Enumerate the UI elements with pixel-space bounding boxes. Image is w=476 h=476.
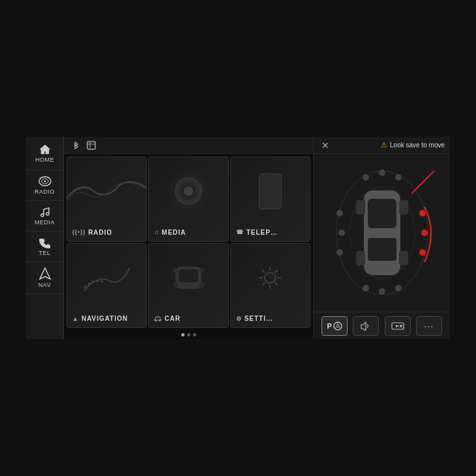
- tile-radio[interactable]: ((•)) RADIO: [67, 156, 147, 242]
- overhead-view-svg: [330, 161, 434, 305]
- svg-rect-43: [399, 251, 408, 265]
- dot-2: [187, 333, 190, 336]
- sidebar-item-radio[interactable]: RADIO: [26, 170, 63, 201]
- dot-3: [193, 333, 196, 336]
- tile-navigation[interactable]: ▲ NAVIGATION: [67, 243, 147, 329]
- sidebar-item-home[interactable]: HOME: [26, 137, 63, 170]
- svg-point-32: [363, 285, 369, 291]
- parking-label: P: [327, 322, 331, 330]
- svg-point-30: [336, 249, 343, 256]
- media-control-icon: [391, 321, 404, 331]
- tile-settings[interactable]: ⚙ SETTI…: [230, 243, 310, 329]
- nav-icon: [39, 267, 51, 280]
- sidebar: HOME RADIO MEDIA: [26, 137, 64, 339]
- svg-rect-38: [368, 199, 396, 228]
- car-overhead: [330, 161, 434, 305]
- warning-message: ⚠ Look save to move: [332, 141, 445, 149]
- close-button[interactable]: ✕: [319, 139, 332, 152]
- svg-point-31: [379, 288, 385, 295]
- svg-point-25: [379, 170, 385, 176]
- top-bar: [64, 137, 313, 154]
- more-dots: ···: [424, 321, 434, 331]
- svg-point-13: [159, 320, 160, 321]
- package-icon: [86, 140, 97, 151]
- svg-line-20: [275, 282, 278, 285]
- warning-label: Look save to move: [390, 141, 445, 149]
- car-visual: [149, 244, 228, 312]
- svg-point-29: [338, 230, 345, 236]
- tile-telephone[interactable]: ☎ TELEP…: [230, 156, 310, 242]
- right-bottom-bar: P: [314, 312, 450, 339]
- svg-point-26: [363, 174, 369, 181]
- svg-rect-41: [399, 200, 408, 215]
- svg-point-3: [41, 214, 44, 216]
- svg-point-45: [336, 325, 339, 327]
- media-label: MEDIA: [35, 219, 55, 226]
- svg-point-4: [46, 213, 49, 215]
- media-control-button[interactable]: [385, 316, 411, 336]
- svg-point-9: [199, 268, 204, 273]
- svg-line-19: [263, 270, 265, 273]
- svg-line-21: [275, 270, 278, 273]
- content-area: ((•)) RADIO ♫ MEDIA: [64, 137, 313, 339]
- right-header: ✕ ⚠ Look save to move: [314, 137, 450, 154]
- sidebar-item-media[interactable]: MEDIA: [26, 201, 63, 231]
- svg-point-27: [395, 174, 402, 181]
- svg-point-2: [44, 181, 46, 183]
- svg-marker-50: [396, 325, 399, 327]
- phone-visual: [231, 157, 310, 226]
- settings-tile-label: ⚙ SETTI…: [236, 315, 273, 322]
- tel-label: TEL: [38, 250, 50, 256]
- volume-button[interactable]: [353, 316, 379, 336]
- svg-point-28: [336, 210, 343, 216]
- parking-button[interactable]: P: [321, 316, 348, 336]
- sidebar-item-tel[interactable]: TEL: [26, 231, 63, 262]
- svg-rect-7: [179, 269, 198, 282]
- svg-point-35: [421, 230, 428, 236]
- tile-car[interactable]: CAR: [148, 243, 228, 329]
- svg-point-8: [173, 268, 178, 273]
- svg-point-14: [265, 273, 275, 283]
- svg-rect-5: [87, 141, 95, 149]
- radio-tile-label: ((•)) RADIO: [72, 229, 112, 236]
- right-content: [314, 154, 450, 312]
- home-label: HOME: [35, 156, 54, 163]
- bluetooth-icon: [70, 141, 80, 150]
- svg-point-11: [199, 282, 204, 288]
- svg-rect-39: [368, 238, 396, 261]
- phone-icon: [39, 237, 51, 248]
- right-panel: ✕ ⚠ Look save to move: [313, 137, 450, 339]
- svg-line-22: [263, 282, 265, 285]
- telephone-tile-label: ☎ TELEP…: [236, 229, 278, 236]
- car-tile-label: CAR: [154, 315, 181, 322]
- page-dots: [64, 331, 313, 339]
- dot-1: [181, 333, 185, 336]
- svg-point-34: [419, 210, 426, 216]
- speaker-icon: [360, 321, 372, 331]
- steering-wheel-icon: [333, 321, 342, 331]
- grid-tiles: ((•)) RADIO ♫ MEDIA: [64, 154, 313, 331]
- more-button[interactable]: ···: [416, 316, 442, 336]
- music-icon: [39, 206, 51, 218]
- svg-point-33: [395, 285, 402, 291]
- svg-rect-42: [356, 251, 365, 265]
- tile-media[interactable]: ♫ MEDIA: [148, 156, 228, 242]
- screen-wrapper: HOME RADIO MEDIA: [0, 0, 476, 476]
- warning-icon: ⚠: [381, 141, 387, 149]
- sidebar-item-nav[interactable]: NAV: [26, 262, 63, 294]
- radio-visual: [67, 157, 146, 226]
- navigation-tile-label: ▲ NAVIGATION: [72, 315, 128, 322]
- grid-panel: ((•)) RADIO ♫ MEDIA: [64, 154, 313, 339]
- settings-visual: [231, 244, 310, 312]
- media-visual: [149, 157, 228, 226]
- media-tile-label: ♫ MEDIA: [154, 229, 186, 236]
- svg-point-12: [155, 320, 156, 321]
- nav-label: NAV: [38, 282, 51, 288]
- main-container: HOME RADIO MEDIA: [26, 137, 450, 339]
- svg-rect-40: [356, 200, 365, 215]
- svg-point-10: [173, 282, 178, 288]
- home-icon: [38, 143, 52, 155]
- svg-point-36: [419, 249, 426, 256]
- car-icon: [154, 316, 162, 322]
- radio-icon: [38, 175, 52, 187]
